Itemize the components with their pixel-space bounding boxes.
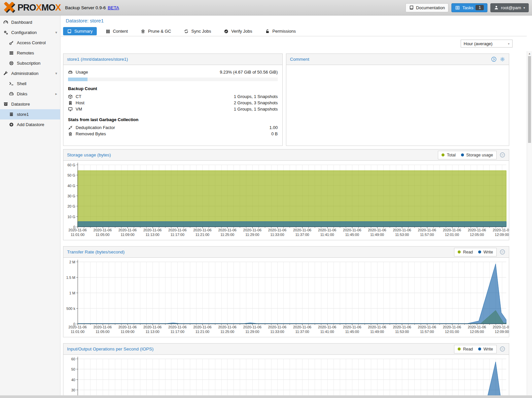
tab-permissions[interactable]: Permissions — [261, 27, 300, 35]
comment-panel-body[interactable] — [286, 65, 509, 146]
sidebar-item-disks[interactable]: Disks▸ — [0, 89, 60, 99]
chart-title: Input/Output Operations per Second (IOPS… — [67, 347, 154, 351]
tab-prune-gc[interactable]: Prune & GC — [137, 27, 175, 35]
legend-label: Storage usage — [466, 153, 493, 157]
sidebar-item-administration[interactable]: Administration▾ — [0, 68, 60, 79]
stat-label: CT — [76, 94, 81, 99]
tasks-button[interactable]: Tasks 1 — [451, 3, 487, 12]
cube-icon — [68, 94, 73, 99]
svg-text:2020-11-06: 2020-11-06 — [193, 228, 211, 232]
comment-panel-title: Comment — [290, 57, 309, 62]
database-icon — [9, 112, 14, 117]
chart-panel-header: Input/Output Operations per Second (IOPS… — [63, 344, 509, 355]
svg-text:11:57:00: 11:57:00 — [420, 330, 434, 334]
tab-sync-jobs[interactable]: Sync Jobs — [180, 27, 215, 35]
tasks-label: Tasks — [462, 5, 473, 10]
svg-text:2020-11-06: 2020-11-06 — [293, 228, 311, 232]
proxmox-logo[interactable]: PROXMOX — [3, 2, 61, 13]
summary-panels-row: store1 (/mnt/datastores/store1) Usage9.2… — [63, 53, 527, 146]
legend-item-read[interactable]: Read — [458, 250, 473, 254]
usage-row: Usage9.23% (4.67 GiB of 50.56 GiB) — [68, 69, 278, 75]
comment-panel-tools — [491, 56, 505, 62]
beta-link[interactable]: BETA — [108, 5, 119, 10]
svg-text:12:05:00: 12:05:00 — [470, 330, 484, 334]
svg-text:60: 60 — [71, 357, 75, 361]
chart-toolbar: Hour (average) ▾ — [61, 40, 513, 48]
gear-outline-icon[interactable] — [500, 56, 505, 62]
user-icon — [494, 5, 499, 10]
chevron-down-icon[interactable]: ▾ — [55, 30, 57, 35]
svg-text:11:33:00: 11:33:00 — [270, 330, 284, 334]
minus-circle-icon[interactable] — [500, 346, 505, 352]
svg-text:11:41:00: 11:41:00 — [320, 233, 334, 237]
sidebar-item-shell[interactable]: Shell — [0, 79, 60, 89]
user-menu-button[interactable]: root@pam ▾ — [490, 3, 529, 12]
svg-text:2020-11-06: 2020-11-06 — [93, 228, 112, 232]
svg-text:2020-11-06: 2020-11-06 — [468, 325, 486, 329]
legend-dot — [442, 153, 444, 156]
sidebar-item-dashboard[interactable]: Dashboard — [0, 17, 60, 27]
stat-label: Host — [76, 100, 85, 105]
svg-text:11:09:00: 11:09:00 — [121, 233, 134, 237]
tasks-icon — [455, 5, 460, 10]
chart-body: 60504030201002020-11-0611:01:002020-11-0… — [63, 355, 509, 395]
svg-text:11:33:00: 11:33:00 — [270, 233, 284, 237]
svg-text:12:05:00: 12:05:00 — [470, 233, 484, 237]
sidebar-item-remotes[interactable]: Remotes — [0, 48, 60, 58]
scrollbar-thumb[interactable] — [528, 56, 531, 143]
stat-row-deduplication-factor: Deduplication Factor1.00 — [68, 124, 278, 131]
sidebar-item-datastore[interactable]: Datastore — [0, 99, 60, 109]
timeframe-value: Hour (average) — [464, 41, 492, 46]
sidebar-item-subscription[interactable]: Subscription — [0, 58, 60, 68]
datastore-summary-body: Usage9.23% (4.67 GiB of 50.56 GiB)Backup… — [63, 65, 282, 137]
svg-text:2020-11-06: 2020-11-06 — [368, 228, 386, 232]
minus-circle-icon[interactable] — [500, 152, 505, 158]
legend-item-storage-usage[interactable]: Storage usage — [461, 153, 493, 157]
svg-text:2020-11-06: 2020-11-06 — [68, 228, 87, 232]
chevron-right-circle-icon[interactable] — [491, 56, 497, 62]
topbar-actions: Documentation Tasks 1 root@pam ▾ — [406, 3, 529, 12]
usage-progress-fill — [68, 78, 88, 81]
sidebar-item-add-datastore[interactable]: Add Datastore — [0, 119, 60, 130]
legend-item-read[interactable]: Read — [458, 347, 473, 351]
svg-text:2020-11-06: 2020-11-06 — [243, 228, 261, 232]
sidebar-item-access-control[interactable]: Access Control — [0, 38, 60, 48]
sidebar-item-store1[interactable]: store1 — [0, 109, 60, 119]
legend-item-write[interactable]: Write — [478, 347, 493, 351]
svg-text:11:17:00: 11:17:00 — [170, 330, 184, 334]
vertical-scrollbar[interactable]: ▲ — [527, 51, 532, 395]
svg-text:11:09:00: 11:09:00 — [121, 330, 134, 334]
scroll-up-arrow-icon[interactable]: ▲ — [527, 51, 532, 56]
svg-text:11:57:00: 11:57:00 — [420, 233, 434, 237]
stat-value: 0 B — [271, 131, 278, 136]
tab-summary[interactable]: Summary — [63, 27, 97, 35]
chart-transfer-rate-bytes-second: 2 M1.5 M1 M500 k02020-11-0611:01:002020-… — [63, 258, 509, 337]
documentation-button[interactable]: Documentation — [406, 3, 448, 12]
legend-label: Read — [463, 250, 473, 254]
minus-circle-icon[interactable] — [500, 249, 505, 255]
chevron-right-icon[interactable]: ▸ — [55, 92, 57, 96]
legend-dot — [458, 250, 461, 253]
svg-text:2020-11-06: 2020-11-06 — [318, 325, 336, 329]
chevron-down-icon[interactable]: ▾ — [55, 71, 57, 76]
datastore-summary-panel: store1 (/mnt/datastores/store1) Usage9.2… — [63, 53, 283, 146]
tab-separator — [61, 36, 527, 36]
tab-content[interactable]: Content — [102, 27, 132, 35]
chart-title: Transfer Rate (bytes/second) — [67, 249, 124, 254]
gc-stats-heading: Stats from last Garbage Collection — [68, 117, 278, 122]
timeframe-select[interactable]: Hour (average) ▾ — [461, 40, 513, 48]
svg-text:11:05:00: 11:05:00 — [96, 330, 110, 334]
charts-container: Storage usage (bytes)TotalStorage usage6… — [61, 149, 527, 395]
svg-text:2020-11-06: 2020-11-06 — [143, 228, 161, 232]
product-version: Backup Server 0.9-6 — [65, 5, 106, 10]
svg-text:30: 30 — [71, 388, 75, 392]
legend-item-total[interactable]: Total — [442, 153, 455, 157]
hdd-icon — [68, 70, 73, 75]
sidebar-item-configuration[interactable]: Configuration▾ — [0, 27, 60, 38]
svg-text:2020-11-06: 2020-11-06 — [143, 325, 161, 329]
tab-verify-jobs[interactable]: Verify Jobs — [220, 27, 256, 35]
main-content: Datastore: store1 SummaryContentPrune & … — [61, 16, 527, 395]
legend-item-write[interactable]: Write — [478, 250, 493, 254]
svg-text:1 M: 1 M — [69, 291, 75, 295]
svg-text:2020-11-06: 2020-11-06 — [168, 228, 187, 232]
